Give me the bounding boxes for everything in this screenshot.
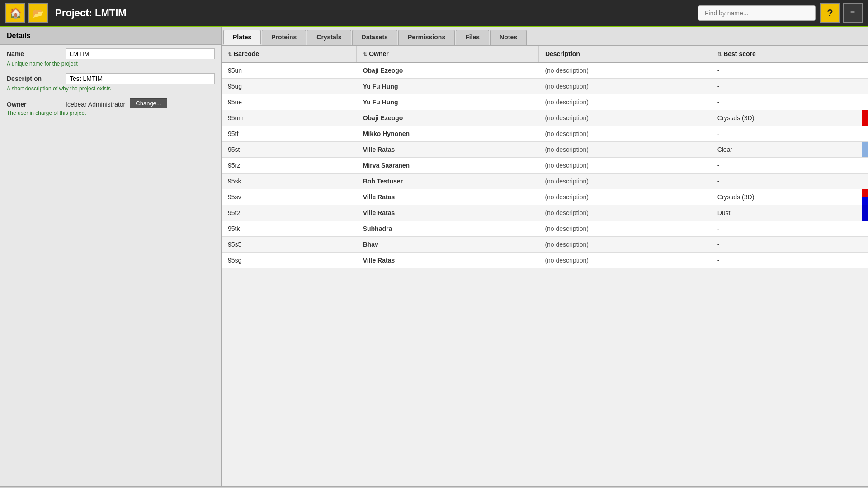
sort-arrow-best_score: ⇅ <box>717 52 722 57</box>
tab-datasets[interactable]: Datasets <box>352 30 397 45</box>
owner-row: Owner Icebear Administrator Change... <box>0 94 221 109</box>
score-bar-blue <box>862 142 868 157</box>
cell-description: (no description) <box>538 237 711 253</box>
name-label: Name <box>7 48 66 57</box>
cell-description: (no description) <box>538 205 711 221</box>
cell-owner: Yu Fu Hung <box>357 79 539 94</box>
cell-owner: Obaji Ezeogo <box>357 62 539 79</box>
tabs-bar: PlatesProteinsCrystalsDatasetsPermission… <box>222 27 868 46</box>
table-row[interactable]: 95stVille Ratas(no description)Clear <box>222 142 868 158</box>
cell-description: (no description) <box>538 158 711 174</box>
menu-button[interactable]: ≡ <box>843 3 863 23</box>
tab-files[interactable]: Files <box>456 30 489 45</box>
score-bar-red <box>862 110 868 126</box>
table-row[interactable]: 95tkSubhadra(no description)- <box>222 221 868 237</box>
change-owner-button[interactable]: Change... <box>130 98 167 108</box>
tab-plates[interactable]: Plates <box>223 30 261 45</box>
cell-owner: Subhadra <box>357 221 539 237</box>
cell-barcode: 95ug <box>222 79 357 94</box>
table-row[interactable]: 95tfMikko Hynonen(no description)- <box>222 126 868 142</box>
sort-arrow-barcode: ⇅ <box>228 52 232 57</box>
sort-arrow-owner: ⇅ <box>363 52 367 57</box>
col-header-barcode[interactable]: ⇅Barcode <box>222 46 357 62</box>
col-header-best_score[interactable]: ⇅Best score <box>711 46 868 62</box>
cell-barcode: 95un <box>222 62 357 79</box>
owner-label: Owner <box>7 99 66 108</box>
description-hint: A short description of why the project e… <box>0 85 221 94</box>
cell-owner: Ville Ratas <box>357 189 539 205</box>
cell-owner: Yu Fu Hung <box>357 94 539 110</box>
cell-description: (no description) <box>538 62 711 79</box>
tab-proteins[interactable]: Proteins <box>262 30 306 45</box>
cell-barcode: 95sk <box>222 174 357 189</box>
name-hint: A unique name for the project <box>0 60 221 70</box>
cell-best-score: Dust <box>711 205 868 221</box>
cell-description: (no description) <box>538 79 711 94</box>
cell-best-score: - <box>711 79 868 94</box>
cell-best-score: Crystals (3D) <box>711 189 868 205</box>
plates-table: ⇅Barcode⇅OwnerDescription⇅Best score 95u… <box>222 46 868 268</box>
help-button[interactable]: ? <box>820 3 840 23</box>
cell-owner: Bhav <box>357 237 539 253</box>
description-row: Description <box>0 70 221 85</box>
table-row[interactable]: 95ueYu Fu Hung(no description)- <box>222 94 868 110</box>
tab-crystals[interactable]: Crystals <box>307 30 351 45</box>
table-row[interactable]: 95sgVille Ratas(no description)- <box>222 253 868 268</box>
cell-best-score: - <box>711 221 868 237</box>
table-row[interactable]: 95unObaji Ezeogo(no description)- <box>222 62 868 79</box>
cell-owner: Obaji Ezeogo <box>357 110 539 126</box>
cell-description: (no description) <box>538 253 711 268</box>
cell-best-score: - <box>711 158 868 174</box>
cell-best-score: Clear <box>711 142 868 158</box>
cell-barcode: 95sg <box>222 253 357 268</box>
table-row[interactable]: 95t2Ville Ratas(no description)Dust <box>222 205 868 221</box>
score-bar-red-top <box>862 189 868 197</box>
table-row[interactable]: 95s5Bhav(no description)- <box>222 237 868 253</box>
cell-barcode: 95um <box>222 110 357 126</box>
description-input[interactable] <box>66 73 215 84</box>
table-row[interactable]: 95umObaji Ezeogo(no description)Crystals… <box>222 110 868 126</box>
cell-barcode: 95t2 <box>222 205 357 221</box>
cell-barcode: 95tk <box>222 221 357 237</box>
plates-table-container: ⇅Barcode⇅OwnerDescription⇅Best score 95u… <box>222 46 868 486</box>
cell-barcode: 95tf <box>222 126 357 142</box>
table-row[interactable]: 95skBob Testuser(no description)- <box>222 174 868 189</box>
description-label: Description <box>7 73 66 82</box>
cell-owner: Mirva Saaranen <box>357 158 539 174</box>
score-bar-blue-bottom <box>862 197 868 205</box>
cell-description: (no description) <box>538 94 711 110</box>
cell-best-score: - <box>711 126 868 142</box>
cell-barcode: 95sv <box>222 189 357 205</box>
table-row[interactable]: 95svVille Ratas(no description)Crystals … <box>222 189 868 205</box>
folder-button[interactable]: 📂 <box>28 3 48 23</box>
home-button[interactable]: 🏠 <box>5 3 25 23</box>
table-row[interactable]: 95rzMirva Saaranen(no description)- <box>222 158 868 174</box>
cell-description: (no description) <box>538 174 711 189</box>
tab-notes[interactable]: Notes <box>490 30 527 45</box>
cell-barcode: 95st <box>222 142 357 158</box>
cell-best-score: Crystals (3D) <box>711 110 868 126</box>
cell-best-score: - <box>711 237 868 253</box>
cell-owner: Mikko Hynonen <box>357 126 539 142</box>
col-header-owner[interactable]: ⇅Owner <box>357 46 539 62</box>
cell-barcode: 95ue <box>222 94 357 110</box>
cell-owner: Bob Testuser <box>357 174 539 189</box>
tab-permissions[interactable]: Permissions <box>398 30 455 45</box>
cell-owner: Ville Ratas <box>357 205 539 221</box>
cell-description: (no description) <box>538 110 711 126</box>
name-row: Name <box>0 45 221 60</box>
cell-barcode: 95rz <box>222 158 357 174</box>
cell-best-score: - <box>711 94 868 110</box>
cell-description: (no description) <box>538 142 711 158</box>
cell-best-score: - <box>711 174 868 189</box>
cell-description: (no description) <box>538 126 711 142</box>
table-header-row: ⇅Barcode⇅OwnerDescription⇅Best score <box>222 46 868 62</box>
name-input[interactable] <box>66 48 215 59</box>
owner-value: Icebear Administrator <box>66 99 125 108</box>
project-title: Project: LMTIM <box>55 7 698 19</box>
details-title: Details <box>0 27 221 45</box>
table-row[interactable]: 95ugYu Fu Hung(no description)- <box>222 79 868 94</box>
search-input[interactable] <box>698 5 816 21</box>
owner-hint: The user in charge of this project <box>0 109 221 119</box>
score-bar-blue-dark <box>862 205 868 221</box>
